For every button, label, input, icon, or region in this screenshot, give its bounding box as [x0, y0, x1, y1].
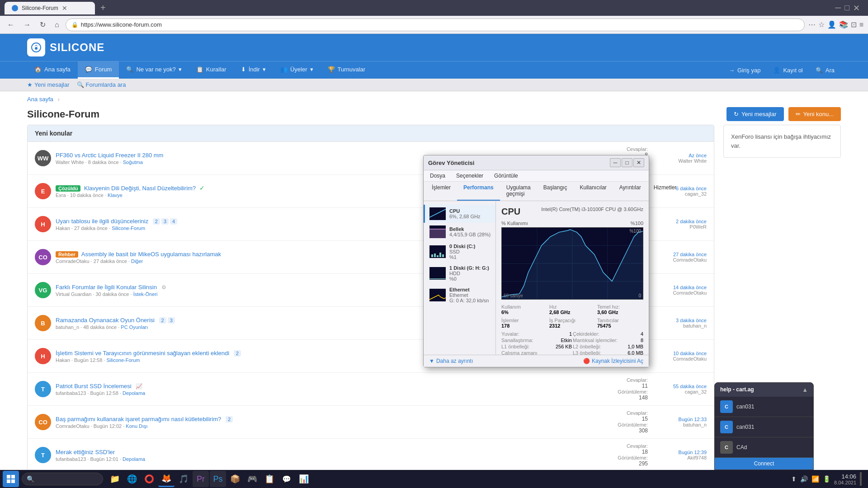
nav-anasayfa[interactable]: 🏠 Ana sayfa [27, 61, 78, 79]
tab-islemler[interactable]: İşlemler [425, 182, 457, 201]
taskbar-premiere[interactable]: Pr [193, 471, 209, 487]
home-button[interactable]: ⌂ [52, 19, 62, 31]
nav-girisyap[interactable]: → Giriş yap [722, 62, 767, 78]
detail-mantiksal: Mantıksal işlemciler:8 [573, 338, 643, 343]
close-window-button[interactable]: ✕ [853, 3, 860, 13]
topic-badge-guide: Rehber [56, 251, 78, 258]
topic-title-link[interactable]: Klavyenin Dili Değişti, Nasıl Düzeltebil… [84, 185, 196, 192]
chat-user-2: C can031 [715, 417, 813, 437]
new-messages-button[interactable]: ↻ Yeni mesajlar [726, 107, 784, 121]
taskbar-search[interactable]: 🔍 [22, 473, 103, 485]
topic-title-link[interactable]: Patriot Burst SSD İncelemesi [56, 383, 132, 389]
topic-title-link[interactable]: PF360 vs Arctic Liquid Freezer II 280 mm [56, 152, 163, 159]
address-bar[interactable]: 🔒 https://www.silicone-forum.com [66, 19, 805, 31]
taskbar-app2[interactable]: 📋 [261, 471, 278, 487]
topic-title-link[interactable]: Ramazanda Oynanacak Oyun Önerisi [56, 317, 155, 324]
topic-last-post: 2 dakika önce P0WeR [652, 219, 707, 230]
show-desktop-button[interactable] [860, 472, 862, 486]
menu-goruntule[interactable]: Görüntüle [491, 171, 521, 180]
menu-secenekler[interactable]: Seçenekler [453, 171, 486, 180]
library-icon[interactable]: 📚 [839, 20, 848, 29]
start-button[interactable] [3, 471, 19, 487]
nav-uyeler[interactable]: 👥 Üyeler ▾ [273, 61, 321, 79]
topic-last-post: 10 dakika önce ComradeOtaku [652, 351, 707, 361]
sync-icon[interactable]: ⊡ [851, 20, 857, 29]
topic-title-link[interactable]: Assembly ile basit bir MikeOS uygulaması… [81, 251, 221, 258]
device-cpu[interactable]: CPU 6%, 2,68 GHz [424, 205, 495, 223]
taskbar-discord[interactable]: 💬 [278, 471, 295, 487]
stat-taniticlar: Tanıtıcılar 75475 [597, 318, 643, 328]
breadcrumb-anasayfa[interactable]: Ana sayfa [27, 96, 53, 103]
detail-l1: L1 önbelleği:256 KB [501, 344, 572, 349]
back-button[interactable]: ← [5, 19, 17, 31]
maximize-button[interactable]: □ [844, 3, 849, 13]
task-manager-maximize-button[interactable]: □ [622, 158, 632, 167]
chat-popup: help - cart.ag ▲ C can031 C can031 C CAd… [714, 382, 814, 470]
topic-stats: Cevaplar: 11 Görüntüleme: 148 [612, 377, 648, 401]
chat-avatar-2: C [720, 421, 733, 433]
device-ethernet[interactable]: Ethernet Ethernet G: 0 A: 32,0 kb/sn [424, 284, 495, 306]
task-manager-minimize-button[interactable]: ─ [610, 158, 621, 167]
menu-icon[interactable]: ≡ [859, 21, 863, 29]
taskbar-spotify[interactable]: 🎵 [175, 471, 192, 487]
bookmark-icon[interactable]: ☆ [818, 20, 825, 29]
nav-forum[interactable]: 💬 Forum [78, 61, 119, 79]
tab-uygulama-gecmisi[interactable]: Uygulama geçmişi [500, 182, 537, 201]
reload-button[interactable]: ↻ [37, 19, 48, 31]
topic-title-link[interactable]: Uyarı tablosu ile ilgili düşünceleriniz [56, 218, 148, 225]
device-disk0[interactable]: 0 Diski (C:) SSD %1 [424, 241, 495, 263]
taskbar-task-manager[interactable]: 📊 [296, 471, 312, 487]
chat-collapse-button[interactable]: ▲ [802, 386, 808, 393]
subnav-yenimesajlar[interactable]: ★ Yeni mesajlar [27, 81, 70, 88]
chat-username-3: CAd [736, 444, 747, 450]
nav-indir[interactable]: ⬇ İndir ▾ [234, 61, 273, 79]
subnav-forumlardaara[interactable]: 🔍 Forumlarda ara [77, 81, 126, 88]
taskbar-opera[interactable]: ⭕ [141, 471, 157, 487]
new-tab-button[interactable]: + [100, 3, 106, 13]
taskbar-photoshop[interactable]: Ps [210, 471, 226, 487]
chat-connect-button[interactable]: Connect [715, 458, 813, 469]
forward-button[interactable]: → [21, 19, 33, 31]
open-resource-monitor-button[interactable]: 🔴 Kaynak İzleyicisini Aç [583, 358, 643, 364]
topic-stats: Cevaplar: 15 Görüntüleme: 308 [612, 410, 648, 434]
topic-title-link[interactable]: Merak ettiğiniz SSD'ler [56, 449, 115, 455]
nav-kurallar[interactable]: 📋 Kurallar [189, 61, 234, 79]
new-topic-button[interactable]: ✏ Yeni konu... [788, 107, 841, 121]
tab-close-button[interactable]: ✕ [62, 5, 67, 12]
minimize-button[interactable]: ─ [835, 3, 841, 13]
profile-icon[interactable]: 👤 [827, 20, 836, 29]
refresh-icon: ↻ [734, 111, 739, 117]
taskbar-steam[interactable]: 🎮 [244, 471, 260, 487]
taskbar-chrome[interactable]: 🌐 [124, 471, 140, 487]
tab-kullanicilar[interactable]: Kullanıcılar [573, 182, 613, 201]
cpu-details-panel: CPU Intel(R) Core(TM) i3-10100F CPU @ 3.… [496, 201, 649, 355]
topic-title-link[interactable]: Farklı Forumlar ile İlgili Konular Silin… [56, 284, 157, 291]
task-manager-close-button[interactable]: ✕ [633, 158, 644, 167]
device-disk1[interactable]: 1 Diski (G: H: G:) HDD %0 [424, 263, 495, 284]
device-list: CPU 6%, 2,68 GHz Bellek 4,4/ [424, 201, 496, 355]
tab-ayrintilar[interactable]: Ayrıntılar [613, 182, 647, 201]
taskbar-file-explorer[interactable]: 📁 [107, 471, 123, 487]
topic-title-link[interactable]: İşletim Sistemi ve Tarayıcının görünmesi… [56, 350, 229, 357]
tab-hizmetler[interactable]: Hizmetler [647, 182, 683, 201]
tab-baslangic[interactable]: Başlangıç [537, 182, 574, 201]
less-info-button[interactable]: ▼ Daha az ayrıntı [429, 358, 473, 364]
topic-avatar: B [35, 315, 51, 331]
nav-turnuvalar[interactable]: 🏆 Turnuvalar [321, 61, 373, 79]
topic-last-post: 14 dakika önce ComradeOtaku [652, 285, 707, 296]
tab-performans[interactable]: Performans [457, 182, 500, 201]
task-manager-menubar: Dosya Seçenekler Görüntüle [424, 170, 649, 182]
nav-ara[interactable]: 🔍 Ara [809, 62, 841, 78]
topic-title-link[interactable]: Baş parmağımı kullanarak işaret parmağım… [56, 416, 221, 422]
extensions-icon[interactable]: ⋯ [808, 20, 816, 29]
nav-kayitol[interactable]: 👤 Kayıt ol [767, 62, 809, 78]
site-logo[interactable]: SILICONE [27, 38, 104, 56]
taskbar-firefox[interactable]: 🦊 [158, 471, 175, 487]
device-memory[interactable]: Bellek 4,4/15,9 GB (28%) [424, 223, 495, 241]
tab-active[interactable]: Silicone-Forum ✕ [5, 2, 95, 14]
taskbar-app1[interactable]: 📦 [227, 471, 243, 487]
menu-dosya[interactable]: Dosya [427, 171, 448, 180]
stat-temel-hiz: Temel hız: 3,60 GHz [597, 304, 643, 315]
tab-favicon [12, 5, 18, 11]
nav-nevarneyok[interactable]: 🔍 Ne var ne yok? ▾ [119, 61, 189, 79]
